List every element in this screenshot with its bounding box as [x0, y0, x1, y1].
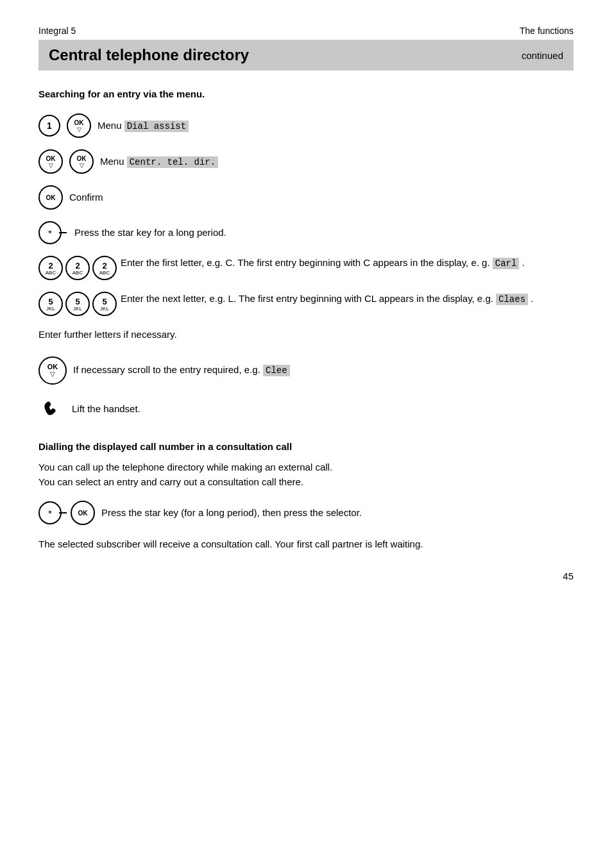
step9-row: Lift the handset. [38, 396, 574, 423]
step8-code: Clee [263, 365, 290, 376]
step4-text: Press the star key for a long period. [74, 226, 226, 240]
step5-text: Enter the first letter, e.g. C. The firs… [121, 256, 525, 271]
num-btn-5c[interactable]: 5 JKL [92, 292, 117, 316]
step7-row: Enter further letters if necessary. [38, 328, 574, 342]
ok-button-1[interactable]: OK ▽ [67, 113, 91, 138]
ok-button-2a[interactable]: OK ▽ [38, 149, 63, 174]
num-btn-5b[interactable]: 5 JKL [65, 292, 90, 316]
section2-para3: The selected subscriber will receive a c… [38, 537, 574, 551]
step4-row: * Press the star key for a long period. [38, 221, 574, 244]
ok-button-consult[interactable]: OK [71, 501, 95, 525]
step2-row: OK ▽ OK ▽ Menu Centr. tel. dir. [38, 149, 574, 174]
title-bar: Central telephone directory continued [38, 40, 574, 71]
step8-row: OK ▽ If necessary scroll to the entry re… [38, 356, 574, 385]
consultation-step-text: Press the star key (for a long period), … [101, 506, 362, 521]
handset-icon [40, 398, 64, 421]
step5-code: Carl [493, 258, 520, 269]
star-key-1[interactable]: * [38, 221, 68, 244]
star-key-2[interactable]: * [38, 501, 68, 524]
consultation-step-row: * OK Press the star key (for a long peri… [38, 501, 574, 525]
step1-text: Menu Dial assist [98, 119, 189, 133]
step6-code: Claes [496, 294, 528, 305]
ok-button-3[interactable]: OK [38, 185, 63, 210]
step2-code: Centr. tel. dir. [127, 156, 218, 168]
section2-para1: You can call up the telephone directory … [38, 460, 574, 490]
section2-heading: Dialling the displayed call number in a … [38, 441, 574, 452]
num-btn-5a[interactable]: 5 JKL [38, 292, 63, 316]
step2-text: Menu Centr. tel. dir. [100, 154, 218, 169]
step9-text: Lift the handset. [72, 402, 140, 417]
button-1[interactable]: 1 [38, 115, 60, 137]
section1-heading: Searching for an entry via the menu. [38, 88, 574, 99]
page-number: 45 [38, 571, 574, 581]
step1-row: 1 OK ▽ Menu Dial assist [38, 113, 574, 138]
header-right: The functions [520, 26, 574, 36]
header-left: Integral 5 [38, 26, 76, 36]
top-header: Integral 5 The functions [38, 26, 574, 36]
step6-text: Enter the next letter, e.g. L. The first… [121, 292, 533, 306]
step7-text: Enter further letters if necessary. [38, 328, 177, 342]
step1-code: Dial assist [124, 121, 189, 132]
handset-button[interactable] [38, 396, 65, 423]
num-btn-2b[interactable]: 2 ABC [65, 256, 90, 280]
step3-row: OK Confirm [38, 185, 574, 210]
num-btn-2a[interactable]: 2 ABC [38, 256, 63, 280]
title-continued: continued [522, 50, 563, 61]
step3-text: Confirm [69, 190, 103, 205]
ok-button-8[interactable]: OK ▽ [38, 356, 67, 385]
num-btn-2c[interactable]: 2 ABC [92, 256, 117, 280]
star-ok-combo: * OK [38, 501, 95, 525]
step6-row: 5 JKL 5 JKL 5 JKL Enter the next letter,… [38, 292, 574, 316]
ok-button-2b[interactable]: OK ▽ [69, 149, 94, 174]
step5-row: 2 ABC 2 ABC 2 ABC Enter the first letter… [38, 256, 574, 280]
step8-text: If necessary scroll to the entry require… [73, 363, 290, 378]
page-title: Central telephone directory [49, 46, 249, 64]
